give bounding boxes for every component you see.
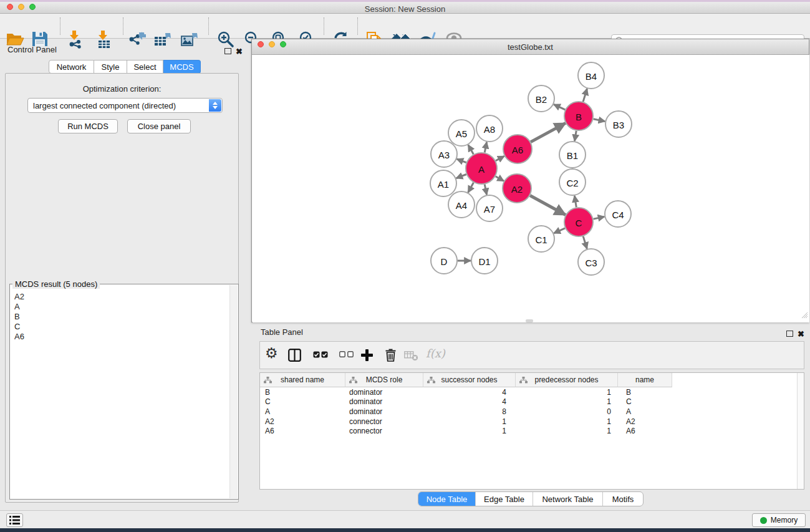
delete-table-icon[interactable] xyxy=(404,351,418,361)
table-row[interactable]: A6 connector 1 1 A6 xyxy=(260,426,797,436)
graph-edge-A-A3[interactable] xyxy=(457,159,466,163)
table-panel-title: Table Panel xyxy=(261,327,303,337)
run-mcds-button[interactable]: Run MCDS xyxy=(58,119,118,133)
control-panel-tabs: Network Style Select MCDS xyxy=(49,60,201,74)
column-header-mcds-role[interactable]: MCDS role xyxy=(345,373,423,387)
tab-network[interactable]: Network xyxy=(49,60,94,74)
table-row[interactable]: A2 connector 1 1 A2 xyxy=(260,417,797,427)
graph-edge-A6-B[interactable] xyxy=(531,123,566,142)
mcds-result-list[interactable]: A2 A B C A6 xyxy=(10,289,229,499)
memory-label: Memory xyxy=(771,516,798,525)
task-list-button[interactable] xyxy=(6,513,23,527)
list-item[interactable]: A6 xyxy=(14,332,229,342)
dropdown-stepper-icon xyxy=(209,99,221,112)
table-row[interactable]: B dominator 4 1 B xyxy=(260,387,797,397)
column-header-successor-nodes[interactable]: successor nodes xyxy=(423,373,516,387)
network-window-titlebar[interactable]: testGlobe.txt xyxy=(252,39,809,55)
column-header-predecessor-nodes[interactable]: predecessor nodes xyxy=(516,373,618,387)
graph-node-label-D1: D1 xyxy=(478,256,490,267)
graph-edge-A2-C[interactable] xyxy=(530,196,566,215)
tab-select[interactable]: Select xyxy=(127,60,163,74)
optimization-dropdown[interactable]: largest connected component (directed) xyxy=(27,98,223,113)
mcds-tab-content: Optimization criterion: largest connecte… xyxy=(5,73,239,503)
graph-edge-A-A4[interactable] xyxy=(468,183,474,193)
mcds-result-title: MCDS result (5 nodes) xyxy=(12,279,100,289)
tab-style[interactable]: Style xyxy=(94,60,127,74)
graph-edge-B-B3[interactable] xyxy=(594,119,605,122)
graph-edge-B-B2[interactable] xyxy=(554,104,565,110)
delete-column-icon[interactable] xyxy=(385,348,396,362)
network-graph[interactable]: B4B2BB3A5A8A6A3AB1A1A2C2A4A7C4CC1C3DD1 xyxy=(253,55,809,322)
table-scrollbar[interactable] xyxy=(797,373,804,489)
list-item[interactable]: B xyxy=(14,312,229,322)
toolbar-separator xyxy=(123,17,123,35)
graph-edge-A-A8[interactable] xyxy=(485,142,486,153)
close-panel-button-mcds[interactable]: Close panel xyxy=(127,119,191,133)
graph-node-label-B3: B3 xyxy=(613,120,624,130)
tab-motifs[interactable]: Motifs xyxy=(602,492,643,506)
graph-edge-C-C2[interactable] xyxy=(574,196,576,208)
toolbar-separator xyxy=(324,17,324,35)
tree-icon xyxy=(519,377,528,384)
select-all-icon[interactable] xyxy=(313,351,328,358)
gear-icon[interactable]: ⚙ xyxy=(265,345,278,362)
column-header-shared-name[interactable]: shared name xyxy=(260,373,345,387)
graph-edge-B-B1[interactable] xyxy=(575,131,577,142)
function-builder-icon[interactable]: f(x) xyxy=(426,347,445,360)
desktop-strip xyxy=(0,528,810,532)
graph-edge-B-B4[interactable] xyxy=(583,89,587,102)
graph-node-label-D: D xyxy=(441,256,448,267)
node-table: shared name MCDS role successor nodes pr… xyxy=(259,372,804,490)
list-item[interactable]: A xyxy=(14,302,229,312)
graph-node-label-A3: A3 xyxy=(438,150,450,160)
graph-node-label-A: A xyxy=(478,164,485,175)
graph-node-label-A6: A6 xyxy=(512,145,523,155)
table-row[interactable]: A dominator 8 0 A xyxy=(260,407,797,417)
status-bar: Memory xyxy=(0,510,810,528)
network-canvas[interactable]: B4B2BB3A5A8A6A3AB1A1A2C2A4A7C4CC1C3DD1 xyxy=(253,55,809,322)
app-titlebar: Session: New Session xyxy=(0,2,810,14)
tree-icon xyxy=(264,377,272,384)
float-table-panel-button[interactable] xyxy=(786,328,793,339)
graph-edge-A-A2[interactable] xyxy=(496,177,504,181)
graph-edge-A-A7[interactable] xyxy=(485,185,486,195)
graph-node-label-C: C xyxy=(576,218,582,228)
column-header-name[interactable]: name xyxy=(618,373,672,387)
resize-grip-icon[interactable] xyxy=(800,309,808,321)
list-item[interactable]: A2 xyxy=(14,292,229,302)
tab-network-table[interactable]: Network Table xyxy=(533,492,602,506)
memory-button[interactable]: Memory xyxy=(752,513,806,527)
optimization-label: Optimization criterion: xyxy=(6,84,238,94)
tab-edge-table[interactable]: Edge Table xyxy=(475,492,533,506)
table-row[interactable]: C dominator 4 1 C xyxy=(260,397,797,407)
toolbar-separator xyxy=(60,17,60,35)
control-panel-title: Control Panel xyxy=(7,45,57,54)
tab-mcds[interactable]: MCDS xyxy=(163,60,201,74)
graph-edge-A-A1[interactable] xyxy=(456,175,466,178)
table-toolbar: ⚙ f(x) xyxy=(259,341,804,369)
deselect-all-icon[interactable] xyxy=(339,351,354,357)
result-scrollbar[interactable] xyxy=(229,285,238,498)
close-panel-button[interactable]: ✖ xyxy=(236,46,243,57)
graph-edge-A-A6[interactable] xyxy=(496,156,504,160)
list-item[interactable]: C xyxy=(14,322,229,332)
table-tabs: Node Table Edge Table Network Table Moti… xyxy=(418,491,644,506)
table-header: shared name MCDS role successor nodes pr… xyxy=(260,373,672,387)
graph-edge-C-C1[interactable] xyxy=(554,228,565,233)
tab-node-table[interactable]: Node Table xyxy=(418,492,475,506)
toolbar-separator xyxy=(357,17,358,35)
graph-node-label-C4: C4 xyxy=(612,210,624,220)
close-table-panel-button[interactable]: ✖ xyxy=(798,328,804,339)
float-panel-button[interactable] xyxy=(224,46,231,57)
table-body: B dominator 4 1 B C dominator 4 1 C A do… xyxy=(260,387,797,436)
graph-edge-A-A5[interactable] xyxy=(468,145,474,154)
graph-node-label-A1: A1 xyxy=(438,179,449,190)
graph-edge-C-C3[interactable] xyxy=(583,236,587,249)
graph-edge-C-C4[interactable] xyxy=(594,216,605,219)
add-column-icon[interactable] xyxy=(361,349,373,361)
graph-node-label-A7: A7 xyxy=(484,204,495,215)
control-panel: Control Panel ✖ Network Style Select MCD… xyxy=(0,39,243,510)
graph-node-label-B4: B4 xyxy=(586,71,597,82)
column-layout-icon[interactable] xyxy=(288,349,301,362)
network-view-title: testGlobe.txt xyxy=(252,42,809,52)
